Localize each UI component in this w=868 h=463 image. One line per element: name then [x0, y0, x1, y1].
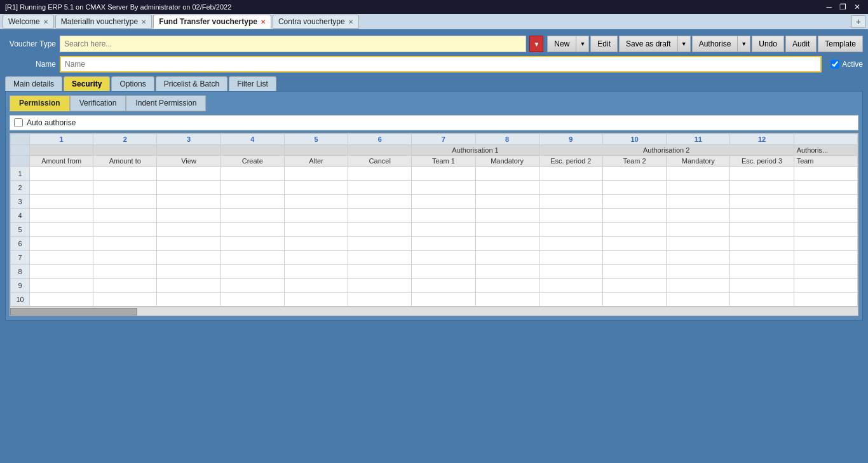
undo-button[interactable]: Undo — [752, 36, 784, 52]
cell-6-5[interactable] — [284, 237, 348, 251]
cell-5-13[interactable] — [794, 223, 857, 237]
cell-7-6[interactable] — [348, 251, 412, 265]
cell-2-7[interactable] — [412, 181, 475, 195]
cell-3-10[interactable] — [602, 195, 666, 209]
cell-2-4[interactable] — [220, 181, 284, 195]
cell-1-12[interactable] — [730, 167, 794, 181]
cell-7-7[interactable] — [412, 251, 475, 265]
cell-1-5[interactable] — [284, 167, 348, 181]
tab-security[interactable]: Security — [64, 76, 110, 91]
tab-options[interactable]: Options — [111, 76, 154, 91]
cell-8-6[interactable] — [348, 265, 412, 279]
cell-5-8[interactable] — [475, 223, 539, 237]
tab-add-button[interactable]: + — [851, 15, 865, 28]
cell-3-12[interactable] — [730, 195, 794, 209]
cell-8-3[interactable] — [157, 265, 220, 279]
cell-10-2[interactable] — [93, 293, 157, 307]
tab-contra[interactable]: Contra vouchertype ✕ — [273, 15, 359, 29]
cell-10-12[interactable] — [730, 293, 794, 307]
authorise-dropdown-button[interactable]: ▼ — [738, 36, 750, 52]
cell-5-5[interactable] — [284, 223, 348, 237]
cell-5-9[interactable] — [539, 223, 602, 237]
cell-8-11[interactable] — [667, 265, 730, 279]
cell-10-1[interactable] — [30, 293, 93, 307]
cell-5-2[interactable] — [93, 223, 157, 237]
cell-10-11[interactable] — [667, 293, 730, 307]
cell-10-10[interactable] — [602, 293, 666, 307]
cell-9-12[interactable] — [730, 279, 794, 293]
cell-4-8[interactable] — [475, 209, 539, 223]
cell-8-10[interactable] — [602, 265, 666, 279]
cell-2-10[interactable] — [602, 181, 666, 195]
cell-3-2[interactable] — [93, 195, 157, 209]
cell-3-1[interactable] — [30, 195, 93, 209]
cell-1-13[interactable] — [794, 167, 857, 181]
cell-10-8[interactable] — [475, 293, 539, 307]
cell-9-8[interactable] — [475, 279, 539, 293]
name-input[interactable] — [60, 56, 822, 73]
tab-welcome[interactable]: Welcome ✕ — [3, 15, 54, 29]
cell-8-4[interactable] — [220, 265, 284, 279]
cell-9-3[interactable] — [157, 279, 220, 293]
edit-button[interactable]: Edit — [590, 36, 618, 52]
cell-1-8[interactable] — [475, 167, 539, 181]
save-as-draft-button[interactable]: Save as draft — [619, 36, 678, 52]
cell-6-9[interactable] — [539, 237, 602, 251]
cell-6-13[interactable] — [794, 237, 857, 251]
cell-8-5[interactable] — [284, 265, 348, 279]
cell-9-4[interactable] — [220, 279, 284, 293]
sub-tab-verification[interactable]: Verification — [70, 95, 126, 111]
cell-3-6[interactable] — [348, 195, 412, 209]
cell-9-10[interactable] — [602, 279, 666, 293]
cell-1-7[interactable] — [412, 167, 475, 181]
cell-5-11[interactable] — [667, 223, 730, 237]
authorise-button[interactable]: Authorise — [692, 36, 738, 52]
cell-7-8[interactable] — [475, 251, 539, 265]
cell-9-6[interactable] — [348, 279, 412, 293]
cell-6-12[interactable] — [730, 237, 794, 251]
cell-4-13[interactable] — [794, 209, 857, 223]
cell-10-3[interactable] — [157, 293, 220, 307]
cell-7-11[interactable] — [667, 251, 730, 265]
cell-6-3[interactable] — [157, 237, 220, 251]
cell-3-5[interactable] — [284, 195, 348, 209]
cell-2-8[interactable] — [475, 181, 539, 195]
active-checkbox[interactable] — [831, 60, 839, 69]
cell-8-2[interactable] — [93, 265, 157, 279]
cell-9-11[interactable] — [667, 279, 730, 293]
cell-3-3[interactable] — [157, 195, 220, 209]
close-button[interactable]: ✕ — [851, 3, 863, 11]
cell-9-5[interactable] — [284, 279, 348, 293]
sub-tab-permission[interactable]: Permission — [10, 95, 70, 111]
cell-9-1[interactable] — [30, 279, 93, 293]
cell-10-5[interactable] — [284, 293, 348, 307]
tab-materialin[interactable]: MaterialIn vouchertype ✕ — [55, 15, 152, 29]
cell-7-9[interactable] — [539, 251, 602, 265]
cell-9-2[interactable] — [93, 279, 157, 293]
cell-10-6[interactable] — [348, 293, 412, 307]
cell-8-9[interactable] — [539, 265, 602, 279]
tab-close-contra[interactable]: ✕ — [348, 18, 353, 25]
cell-7-13[interactable] — [794, 251, 857, 265]
tab-close-materialin[interactable]: ✕ — [141, 18, 146, 25]
cell-7-10[interactable] — [602, 251, 666, 265]
grid-scroll[interactable]: 1 2 3 4 5 6 7 8 9 10 11 12 — [10, 134, 858, 307]
cell-10-9[interactable] — [539, 293, 602, 307]
cell-3-9[interactable] — [539, 195, 602, 209]
minimize-button[interactable]: ─ — [824, 3, 834, 11]
tab-fundtransfer[interactable]: Fund Transfer vouchertype ✕ — [153, 15, 271, 29]
cell-2-5[interactable] — [284, 181, 348, 195]
cell-1-10[interactable] — [602, 167, 666, 181]
cell-4-7[interactable] — [412, 209, 475, 223]
save-dropdown-button[interactable]: ▼ — [678, 36, 691, 52]
audit-button[interactable]: Audit — [785, 36, 817, 52]
cell-7-5[interactable] — [284, 251, 348, 265]
tab-filter-list[interactable]: Filter List — [229, 76, 276, 91]
tab-pricelist-batch[interactable]: Pricelist & Batch — [156, 76, 227, 91]
cell-5-4[interactable] — [220, 223, 284, 237]
cell-5-1[interactable] — [30, 223, 93, 237]
sub-tab-indent-permission[interactable]: Indent Permission — [126, 95, 206, 111]
cell-4-3[interactable] — [157, 209, 220, 223]
cell-4-1[interactable] — [30, 209, 93, 223]
cell-6-10[interactable] — [602, 237, 666, 251]
